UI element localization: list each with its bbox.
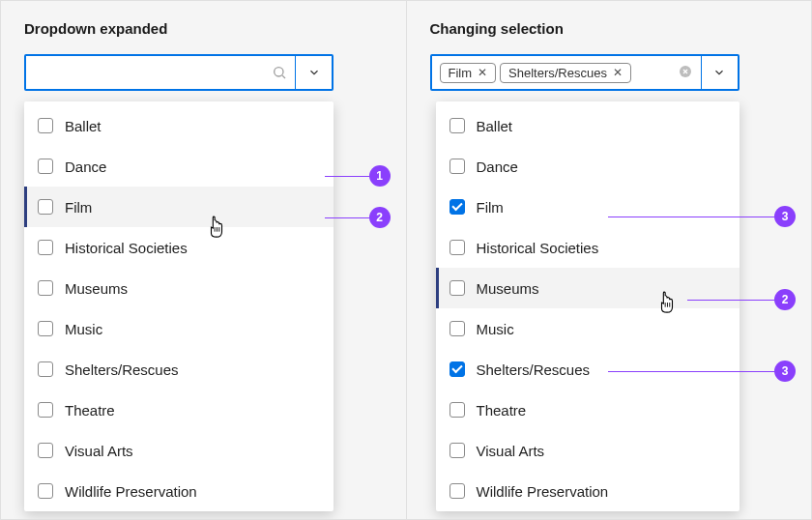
chip-label: Film (449, 66, 473, 80)
option-checkbox[interactable] (38, 118, 53, 133)
option-label: Wildlife Preservation (477, 483, 609, 500)
combo-toggle[interactable] (701, 56, 738, 89)
combo-toggle[interactable] (295, 56, 332, 89)
annotation-line (325, 176, 369, 177)
chevron-down-icon (307, 66, 321, 79)
search-icon (272, 65, 287, 80)
option-checkbox[interactable] (38, 199, 53, 215)
option-row[interactable]: Dance (436, 146, 740, 187)
option-checkbox[interactable] (38, 159, 53, 174)
option-label: Dance (477, 159, 518, 175)
option-row[interactable]: Ballet (436, 105, 740, 146)
chip-label: Shelters/Rescues (508, 66, 607, 80)
option-row[interactable]: Shelters/Rescues (24, 349, 334, 390)
options-menu: BalletDanceFilmHistorical SocietiesMuseu… (24, 101, 334, 511)
annotation-line (687, 300, 774, 301)
combo-input-area[interactable]: Film✕Shelters/Rescues✕ (432, 56, 701, 89)
combo-input-area[interactable] (26, 56, 295, 89)
chip-remove-icon[interactable]: ✕ (478, 67, 487, 78)
annotation: 2 (687, 289, 796, 310)
multiselect-combo[interactable]: Film✕Shelters/Rescues✕ (430, 54, 740, 91)
selected-chip[interactable]: Shelters/Rescues✕ (500, 63, 631, 83)
canvas: Dropdown expanded BalletDanceFilmHistori… (0, 0, 812, 520)
annotation: 1 (325, 165, 391, 187)
option-checkbox[interactable] (38, 361, 53, 377)
option-checkbox[interactable] (450, 402, 465, 418)
annotation: 2 (325, 207, 391, 228)
option-checkbox[interactable] (450, 118, 465, 133)
option-row[interactable]: Music (436, 308, 740, 349)
annotation-badge: 2 (369, 207, 391, 228)
option-row[interactable]: Historical Societies (24, 227, 334, 268)
clear-all-icon[interactable] (678, 64, 693, 82)
option-checkbox[interactable] (450, 280, 465, 296)
option-row[interactable]: Museums (24, 268, 334, 308)
chip-remove-icon[interactable]: ✕ (613, 67, 623, 78)
option-label: Ballet (477, 118, 513, 134)
option-checkbox[interactable] (450, 159, 465, 174)
option-row[interactable]: Wildlife Preservation (24, 471, 334, 511)
option-label: Visual Arts (477, 443, 545, 459)
option-row[interactable]: Ballet (24, 105, 334, 146)
multiselect-combo[interactable] (24, 54, 334, 91)
option-checkbox[interactable] (38, 483, 53, 499)
option-checkbox[interactable] (450, 199, 465, 215)
annotation-badge: 1 (369, 165, 391, 187)
annotation-badge: 3 (774, 206, 796, 227)
option-label: Film (65, 199, 92, 216)
selected-chip[interactable]: Film✕ (440, 63, 497, 83)
annotation-line (325, 217, 369, 218)
annotation-line (608, 217, 774, 217)
option-checkbox[interactable] (38, 402, 53, 418)
option-label: Visual Arts (65, 443, 133, 459)
option-checkbox[interactable] (38, 443, 53, 458)
option-row[interactable]: Film (24, 187, 334, 227)
option-checkbox[interactable] (450, 240, 465, 255)
option-label: Shelters/Rescues (65, 361, 179, 378)
option-checkbox[interactable] (450, 321, 465, 336)
panel-title: Changing selection (430, 20, 789, 37)
option-row[interactable]: Theatre (436, 390, 740, 430)
option-label: Theatre (477, 402, 527, 419)
option-checkbox[interactable] (450, 483, 465, 499)
option-label: Music (477, 321, 514, 337)
annotation: 3 (608, 361, 796, 382)
option-row[interactable]: Music (24, 308, 334, 349)
option-label: Film (477, 199, 504, 216)
panel-dropdown-expanded: Dropdown expanded BalletDanceFilmHistori… (0, 0, 407, 520)
option-row[interactable]: Dance (24, 146, 334, 187)
option-label: Ballet (65, 118, 102, 134)
option-checkbox[interactable] (38, 321, 53, 336)
option-label: Wildlife Preservation (65, 483, 197, 500)
option-row[interactable]: Historical Societies (436, 227, 740, 268)
annotation: 3 (608, 206, 796, 227)
option-row[interactable]: Theatre (24, 390, 334, 430)
option-label: Theatre (65, 402, 115, 419)
svg-point-0 (275, 68, 283, 76)
option-row[interactable]: Visual Arts (436, 430, 740, 471)
annotation-badge: 3 (774, 361, 796, 382)
panel-changing-selection: Changing selection Film✕Shelters/Rescues… (407, 0, 813, 520)
svg-line-1 (282, 75, 285, 78)
option-checkbox[interactable] (450, 361, 465, 377)
option-checkbox[interactable] (38, 240, 53, 255)
annotation-badge: 2 (774, 289, 796, 310)
option-label: Historical Societies (65, 240, 188, 256)
option-label: Museums (477, 280, 539, 297)
option-row[interactable]: Wildlife Preservation (436, 471, 740, 511)
option-label: Museums (65, 280, 128, 297)
option-label: Shelters/Rescues (477, 361, 591, 378)
option-row[interactable]: Visual Arts (24, 430, 334, 471)
chevron-down-icon (712, 66, 726, 79)
option-checkbox[interactable] (38, 280, 53, 296)
option-label: Historical Societies (477, 240, 599, 256)
panel-title: Dropdown expanded (24, 20, 383, 37)
option-checkbox[interactable] (450, 443, 465, 458)
option-label: Music (65, 321, 102, 337)
annotation-line (608, 371, 774, 372)
option-label: Dance (65, 159, 106, 175)
